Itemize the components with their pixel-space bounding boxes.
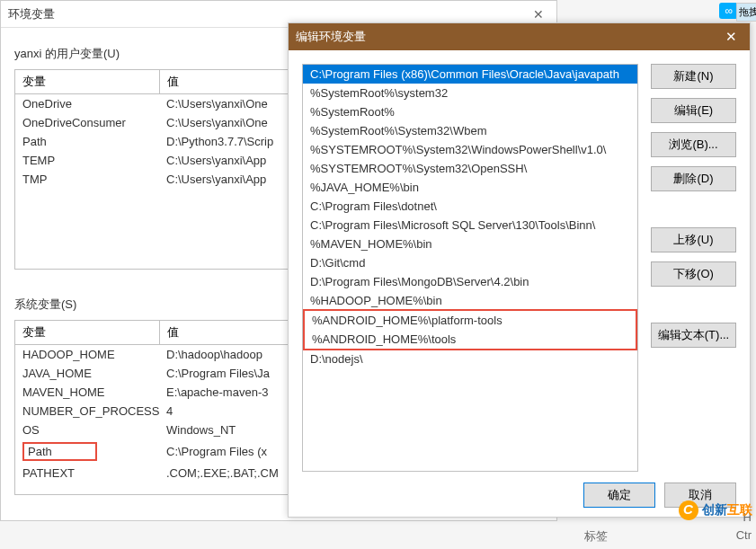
close-icon[interactable]: ✕	[528, 5, 549, 23]
drag-button[interactable]: 拖拽	[736, 3, 756, 22]
dialog-title: 编辑环境变量	[296, 29, 366, 45]
list-item[interactable]: D:\Git\cmd	[303, 253, 637, 272]
close-icon[interactable]: ✕	[720, 27, 743, 47]
list-item[interactable]: %MAVEN_HOME%\bin	[303, 235, 637, 253]
ok-button[interactable]: 确定	[583, 483, 655, 508]
list-item[interactable]: %JAVA_HOME%\bin	[303, 178, 637, 197]
list-item[interactable]: C:\Program Files\dotnet\	[303, 197, 637, 216]
move-down-button[interactable]: 下移(O)	[651, 261, 736, 287]
list-item[interactable]: D:\Program Files\MongoDB\Server\4.2\bin	[303, 272, 637, 291]
infinity-badge[interactable]: ∞	[719, 3, 738, 19]
edit-button[interactable]: 编辑(E)	[651, 98, 736, 123]
path-list[interactable]: C:\Program Files (x86)\Common Files\Orac…	[302, 64, 638, 472]
list-item[interactable]: %SYSTEMROOT%\System32\OpenSSH\	[303, 159, 637, 178]
list-item[interactable]: %ANDROID_HOME%\tools	[305, 330, 636, 349]
list-item[interactable]: %SystemRoot%\system32	[303, 84, 637, 102]
list-item[interactable]: C:\Program Files (x86)\Common Files\Orac…	[303, 65, 637, 84]
col-name-header[interactable]: 变量	[15, 321, 159, 345]
list-item[interactable]: D:\nodejs\	[303, 350, 637, 368]
titlebar[interactable]: 编辑环境变量 ✕	[289, 23, 750, 50]
list-item[interactable]: %SystemRoot%\System32\Wbem	[303, 121, 637, 140]
edit-env-var-dialog: 编辑环境变量 ✕ C:\Program Files (x86)\Common F…	[288, 22, 751, 518]
list-item[interactable]: %HADOOP_HOME%\bin	[303, 291, 637, 310]
list-item[interactable]: %SYSTEMROOT%\System32\WindowsPowerShell\…	[303, 140, 637, 159]
delete-button[interactable]: 删除(D)	[651, 166, 736, 191]
move-up-button[interactable]: 上移(U)	[651, 227, 736, 252]
edit-text-button[interactable]: 编辑文本(T)...	[651, 323, 736, 348]
watermark: 创新互联	[679, 500, 752, 520]
list-item[interactable]: C:\Program Files\Microsoft SQL Server\13…	[303, 216, 637, 235]
list-item[interactable]: %ANDROID_HOME%\platform-tools	[305, 311, 636, 330]
dialog-title: 环境变量	[8, 6, 55, 22]
new-button[interactable]: 新建(N)	[651, 64, 736, 89]
browse-button[interactable]: 浏览(B)...	[651, 132, 736, 157]
col-name-header[interactable]: 变量	[15, 70, 159, 94]
watermark-icon	[679, 500, 698, 520]
list-item[interactable]: %SystemRoot%	[303, 102, 637, 121]
bottom-label: 标签	[584, 528, 608, 545]
